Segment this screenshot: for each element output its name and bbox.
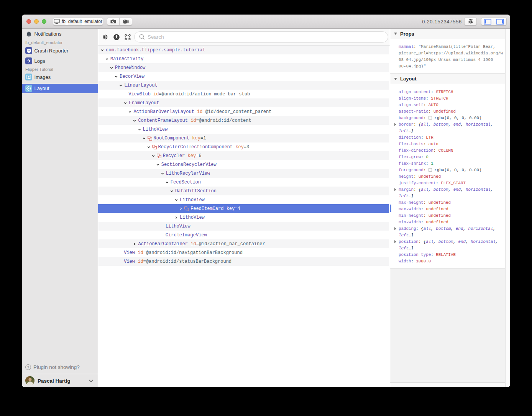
svg-text:?: ? [27, 365, 29, 369]
